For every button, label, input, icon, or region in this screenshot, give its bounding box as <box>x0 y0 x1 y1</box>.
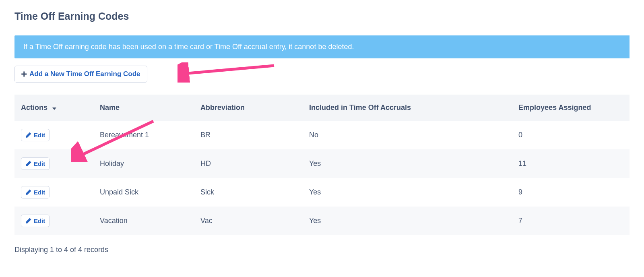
cell-name: Vacation <box>95 207 196 235</box>
name-column-header[interactable]: Name <box>95 95 196 121</box>
table-row: EditUnpaid SickSickYes9 <box>14 178 630 207</box>
cell-abbreviation: HD <box>196 149 304 178</box>
info-banner: If a Time Off earning code has been used… <box>14 35 630 58</box>
cell-accruals: Yes <box>304 207 514 235</box>
actions-header-label: Actions <box>21 103 47 112</box>
table-row: EditBereavement 1BRNo0 <box>14 121 630 149</box>
info-banner-text: If a Time Off earning code has been used… <box>23 43 354 51</box>
annotation-arrow-icon <box>178 62 278 83</box>
edit-button-label: Edit <box>34 189 45 196</box>
cell-employees: 9 <box>514 178 630 207</box>
actions-column-header[interactable]: Actions <box>21 103 57 112</box>
cell-name: Holiday <box>95 149 196 178</box>
chevron-down-icon <box>52 105 57 111</box>
earning-codes-table: Actions Name Abbreviation Included in Ti… <box>14 95 630 235</box>
edit-button[interactable]: Edit <box>21 186 50 198</box>
add-button-label: Add a New Time Off Earning Code <box>29 70 140 78</box>
cell-accruals: No <box>304 121 514 149</box>
employees-column-header[interactable]: Employees Assigned <box>514 95 630 121</box>
table-row: EditHolidayHDYes11 <box>14 149 630 178</box>
edit-button[interactable]: Edit <box>21 129 50 141</box>
edit-button-label: Edit <box>34 217 45 224</box>
record-count-footer: Displaying 1 to 4 of 4 records <box>0 235 644 265</box>
earning-codes-table-wrap: Actions Name Abbreviation Included in Ti… <box>14 95 630 235</box>
edit-button[interactable]: Edit <box>21 157 50 170</box>
svg-line-0 <box>184 66 274 74</box>
edit-icon <box>25 189 31 195</box>
cell-abbreviation: Vac <box>196 207 304 235</box>
edit-icon <box>25 132 31 138</box>
cell-name: Unpaid Sick <box>95 178 196 207</box>
edit-button-label: Edit <box>34 132 45 138</box>
page-header: Time Off Earning Codes <box>0 0 644 32</box>
abbreviation-column-header[interactable]: Abbreviation <box>196 95 304 121</box>
edit-button[interactable]: Edit <box>21 215 50 227</box>
table-header-row: Actions Name Abbreviation Included in Ti… <box>14 95 630 121</box>
cell-name: Bereavement 1 <box>95 121 196 149</box>
accruals-column-header[interactable]: Included in Time Off Accruals <box>304 95 514 121</box>
cell-accruals: Yes <box>304 149 514 178</box>
cell-accruals: Yes <box>304 178 514 207</box>
table-row: EditVacationVacYes7 <box>14 207 630 235</box>
plus-icon: ➕︎ <box>21 70 27 78</box>
cell-employees: 11 <box>514 149 630 178</box>
content-area: If a Time Off earning code has been used… <box>0 35 644 235</box>
cell-abbreviation: Sick <box>196 178 304 207</box>
cell-abbreviation: BR <box>196 121 304 149</box>
add-earning-code-button[interactable]: ➕︎ Add a New Time Off Earning Code <box>14 66 147 83</box>
record-count-text: Displaying 1 to 4 of 4 records <box>14 246 108 254</box>
toolbar: ➕︎ Add a New Time Off Earning Code <box>14 66 630 83</box>
page-title: Time Off Earning Codes <box>14 10 630 22</box>
edit-button-label: Edit <box>34 160 45 167</box>
edit-icon <box>25 218 31 224</box>
edit-icon <box>25 161 31 167</box>
cell-employees: 0 <box>514 121 630 149</box>
cell-employees: 7 <box>514 207 630 235</box>
